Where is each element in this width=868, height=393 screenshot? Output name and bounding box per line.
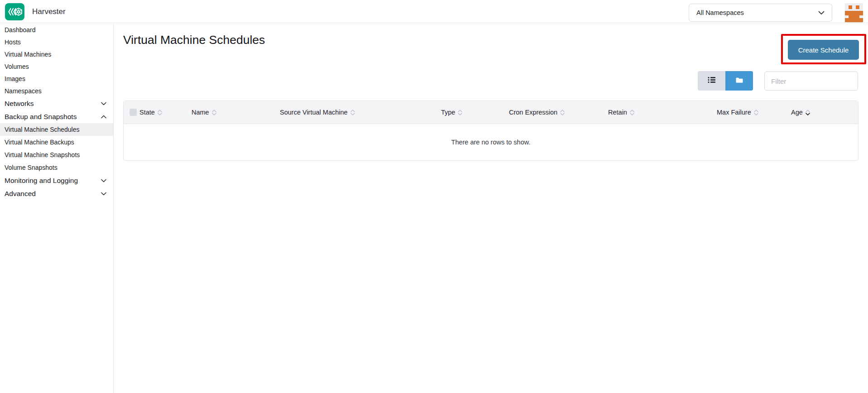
sidebar-item-namespaces[interactable]: Namespaces [0, 85, 113, 97]
filter-input[interactable] [764, 72, 858, 91]
sidebar-group-backup-and-snapshots[interactable]: Backup and Snapshots [0, 110, 113, 123]
sort-icon [458, 110, 462, 115]
sidebar-item-virtual-machine-schedules[interactable]: Virtual Machine Schedules [0, 123, 113, 136]
list-icon [708, 77, 716, 85]
folder-icon [735, 77, 743, 85]
sort-icon [630, 110, 634, 115]
sidebar-item-volumes[interactable]: Volumes [0, 60, 113, 72]
chevron-down-icon [101, 179, 106, 182]
column-header-max-failure[interactable]: Max Failure [717, 109, 791, 116]
sort-icon [158, 110, 162, 115]
sidebar-item-dashboard[interactable]: Dashboard [0, 24, 113, 36]
chevron-down-icon [818, 11, 825, 15]
table-empty-row: There are no rows to show. [124, 124, 858, 160]
view-toggle [698, 71, 753, 91]
namespace-selector[interactable]: All Namespaces [689, 4, 832, 22]
sidebar-item-volume-snapshots[interactable]: Volume Snapshots [0, 161, 113, 174]
sort-icon [350, 110, 355, 115]
sidebar: Dashboard Hosts Virtual Machines Volumes… [0, 24, 114, 393]
sort-desc-icon [806, 110, 810, 115]
column-label: Retain [608, 109, 627, 116]
group-by-namespace-view-button[interactable] [725, 71, 753, 91]
column-header-name[interactable]: Name [192, 109, 280, 116]
sidebar-item-label: Virtual Machines [5, 51, 51, 58]
sidebar-item-label: Images [5, 75, 25, 82]
sidebar-group-label: Advanced [5, 190, 36, 198]
create-schedule-button[interactable]: Create Schedule [788, 40, 859, 60]
top-bar: Harvester All Namespaces [0, 0, 868, 23]
column-label: Age [791, 109, 803, 116]
sidebar-group-networks[interactable]: Networks [0, 97, 113, 110]
sort-icon [560, 110, 565, 115]
sidebar-item-images[interactable]: Images [0, 72, 113, 85]
column-header-state[interactable]: State [139, 109, 192, 116]
schedules-table: State Name Source Virtual Machine Type C… [123, 101, 858, 161]
sidebar-item-label: Virtual Machine Schedules [5, 126, 80, 133]
column-label: Max Failure [717, 109, 751, 116]
column-header-age[interactable]: Age [791, 109, 858, 116]
column-header-source-virtual-machine[interactable]: Source Virtual Machine [280, 109, 441, 116]
column-label: State [139, 109, 155, 116]
sidebar-item-label: Virtual Machine Backups [5, 139, 74, 146]
sidebar-item-label: Virtual Machine Snapshots [5, 151, 80, 158]
sidebar-item-label: Volume Snapshots [5, 164, 58, 171]
sort-icon [212, 110, 216, 115]
select-all-cell [124, 109, 139, 116]
sidebar-group-label: Monitoring and Logging [5, 177, 78, 185]
chevron-down-icon [101, 192, 106, 196]
harvester-logo-icon [5, 3, 24, 20]
select-all-checkbox[interactable] [129, 109, 137, 116]
page-title: Virtual Machine Schedules [123, 33, 265, 47]
column-label: Name [192, 109, 209, 116]
sidebar-item-hosts[interactable]: Hosts [0, 36, 113, 48]
sort-icon [754, 110, 758, 115]
column-label: Source Virtual Machine [280, 109, 348, 116]
sidebar-group-label: Backup and Snapshots [5, 113, 77, 121]
empty-state-text: There are no rows to show. [451, 139, 531, 146]
sidebar-item-virtual-machine-snapshots[interactable]: Virtual Machine Snapshots [0, 149, 113, 161]
column-header-type[interactable]: Type [441, 109, 509, 116]
sidebar-item-label: Dashboard [5, 26, 36, 34]
chevron-down-icon [101, 102, 106, 105]
sidebar-item-label: Volumes [5, 63, 29, 70]
sidebar-item-virtual-machines[interactable]: Virtual Machines [0, 48, 113, 60]
column-label: Type [441, 109, 455, 116]
sidebar-group-monitoring-and-logging[interactable]: Monitoring and Logging [0, 174, 113, 187]
user-avatar[interactable] [845, 3, 863, 22]
column-header-retain[interactable]: Retain [608, 109, 717, 116]
table-header-row: State Name Source Virtual Machine Type C… [124, 101, 858, 124]
column-header-cron-expression[interactable]: Cron Expression [509, 109, 608, 116]
namespace-selector-value: All Namespaces [696, 9, 744, 16]
sidebar-group-label: Networks [5, 100, 34, 108]
sidebar-item-label: Hosts [5, 38, 21, 46]
brand-home-link[interactable]: Harvester [5, 3, 66, 20]
sidebar-group-advanced[interactable]: Advanced [0, 187, 113, 200]
app-title: Harvester [32, 7, 66, 16]
sidebar-item-label: Namespaces [5, 87, 42, 95]
list-view-button[interactable] [698, 71, 725, 91]
column-label: Cron Expression [509, 109, 557, 116]
chevron-up-icon [101, 115, 106, 119]
sidebar-item-virtual-machine-backups[interactable]: Virtual Machine Backups [0, 136, 113, 149]
